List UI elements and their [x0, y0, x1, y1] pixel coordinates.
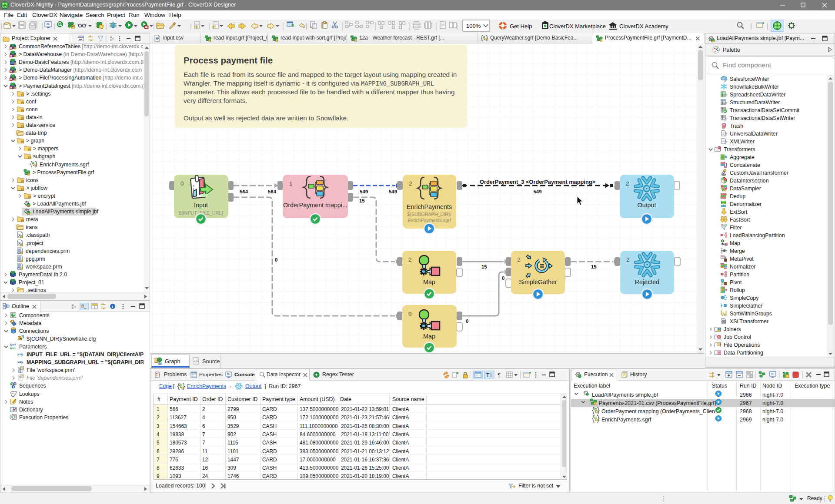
svg-text:${SUBGRAPH_DIR}/: ${SUBGRAPH_DIR}/ [407, 212, 451, 217]
svg-text:3529: 3529 [227, 423, 239, 429]
svg-text:Each file is read from its sou: Each file is read from its source file a… [184, 71, 457, 78]
svg-text:7: 7 [202, 431, 205, 438]
svg-text:Output: Output [638, 202, 656, 209]
svg-text:15: 15 [359, 198, 365, 203]
svg-text:EnrichPayments: EnrichPayments [407, 203, 452, 210]
svg-text:ClientA: ClientA [392, 414, 409, 421]
svg-text:Input: Input [194, 202, 208, 209]
svg-text:16: 16 [202, 465, 208, 471]
svg-text:2966: 2966 [740, 392, 752, 398]
svg-text:night-7.0: night-7.0 [762, 400, 783, 406]
svg-text:2021-01-29 16:46:00: 2021-01-29 16:46:00 [341, 440, 389, 446]
svg-text:29286: 29286 [170, 448, 184, 454]
svg-text:383.0500000000: 383.0500000000 [300, 448, 339, 454]
svg-text:1093: 1093 [170, 473, 181, 479]
svg-text:Node ID: Node ID [762, 383, 782, 389]
svg-text:564: 564 [268, 189, 277, 194]
svg-text:SimpleGather: SimpleGather [519, 279, 557, 285]
svg-text:CASH: CASH [262, 431, 277, 438]
svg-text:very different formats.: very different formats. [184, 97, 247, 104]
svg-text:2968: 2968 [740, 408, 752, 414]
svg-text:24: 24 [202, 473, 208, 479]
svg-text:0: 0 [502, 275, 504, 281]
svg-text:CASH: CASH [262, 423, 277, 429]
svg-text:</>: </> [722, 140, 725, 143]
svg-text:CloverDX Academy: CloverDX Academy [619, 23, 668, 30]
svg-text:CARD: CARD [262, 448, 277, 454]
svg-text:1101: 1101 [227, 448, 239, 454]
svg-text:4: 4 [157, 431, 160, 438]
svg-text:2: 2 [408, 256, 412, 263]
svg-text:LoadAllPayments simple.jbf: LoadAllPayments simple.jbf [592, 392, 658, 398]
svg-text:OrderPayment_3 <OrderPayment m: OrderPayment_3 <OrderPayment mapping> [480, 179, 595, 185]
svg-text:</>: </> [194, 359, 199, 363]
svg-text:4: 4 [202, 414, 205, 421]
svg-text:549: 549 [389, 189, 397, 194]
svg-text:Payment ID: Payment ID [170, 396, 198, 402]
svg-text:Date: Date [340, 396, 351, 402]
svg-text:1115: 1115 [227, 440, 238, 446]
svg-text:137.5000000000: 137.5000000000 [300, 406, 339, 412]
svg-text:0: 0 [180, 180, 184, 187]
svg-text:T: T [486, 372, 490, 378]
svg-text:x=y: x=y [17, 352, 23, 356]
svg-text:180573: 180573 [170, 440, 187, 446]
svg-text:7: 7 [202, 440, 205, 446]
svg-text:A=1: A=1 [10, 346, 16, 350]
svg-text:Process payment file: Process payment file [184, 55, 273, 65]
svg-text:Execution type: Execution type [795, 383, 830, 389]
svg-text:Output as well as rejected dat: Output as well as rejected data are writ… [184, 114, 348, 122]
svg-text:Map: Map [423, 279, 435, 285]
svg-text:1: 1 [157, 406, 160, 412]
svg-text:2021-01-22 13:59:01: 2021-01-22 13:59:01 [341, 406, 389, 412]
svg-text:CARD: CARD [262, 414, 277, 421]
svg-text:2021-01-25 08:30:00: 2021-01-25 08:30:00 [341, 423, 389, 429]
svg-text:1: 1 [289, 180, 293, 187]
svg-text:15: 15 [481, 264, 487, 269]
svg-text:564: 564 [240, 189, 248, 194]
svg-text:1746: 1746 [227, 473, 239, 479]
svg-text:17.0000000000: 17.0000000000 [300, 457, 336, 463]
svg-text:481.0800000000: 481.0800000000 [300, 440, 339, 446]
svg-text:CloverDX Marketplace: CloverDX Marketplace [549, 23, 606, 30]
svg-text:15: 15 [591, 264, 597, 269]
svg-text:2021-01-23 21:57:46: 2021-01-23 21:57:46 [341, 414, 389, 421]
svg-text:2: 2 [157, 414, 160, 421]
svg-text:Rejected: Rejected [635, 279, 659, 285]
svg-text:2021-01-16 16:37:36: 2021-01-16 16:37:36 [341, 457, 389, 463]
svg-text:ClientA: ClientA [392, 440, 409, 446]
svg-text:ClientA: ClientA [392, 406, 409, 412]
svg-text:2799: 2799 [227, 406, 239, 412]
svg-text:OrderPayment mapping (OrderPay: OrderPayment mapping (OrderPayments_Clie… [601, 408, 715, 414]
svg-text:2: 2 [517, 256, 521, 263]
svg-text:Customer ID: Customer ID [227, 396, 258, 402]
svg-text:0: 0 [408, 311, 412, 317]
svg-text:Get Help: Get Help [510, 23, 532, 30]
svg-text:2021-01-20 18:19:00: 2021-01-20 18:19:00 [341, 473, 389, 479]
svg-text:EnrichPayments.sgrf: EnrichPayments.sgrf [601, 417, 651, 423]
svg-text:111.1000000000: 111.1000000000 [300, 423, 338, 429]
svg-text:Amount (USD): Amount (USD) [300, 396, 335, 402]
svg-text:CASH: CASH [262, 465, 277, 471]
svg-text:775: 775 [170, 457, 178, 463]
svg-text:Payments-2021-01.csv (ProcessP: Payments-2021-01.csv (ProcessPaymentFile… [599, 400, 716, 406]
svg-text:2021-01-26 15:25:00: 2021-01-26 15:25:00 [341, 465, 389, 471]
svg-text:566: 566 [170, 406, 178, 412]
svg-text:1447: 1447 [227, 457, 239, 463]
svg-text:9: 9 [157, 473, 160, 479]
svg-text:8: 8 [157, 465, 160, 471]
svg-text:parameter. This allows each pr: parameter. This allows each processed fi… [184, 88, 454, 96]
svg-text:CARD: CARD [262, 406, 277, 412]
svg-text:549: 549 [533, 189, 541, 194]
svg-text:ClientA: ClientA [392, 473, 409, 479]
svg-text:OrderPayment mappi...: OrderPayment mappi... [283, 202, 347, 209]
svg-text:1: 1 [11, 383, 13, 386]
svg-text:3: 3 [13, 386, 14, 389]
svg-text:EnrichPayments.sgrf: EnrichPayments.sgrf [407, 218, 451, 223]
svg-text:2: 2 [14, 383, 16, 386]
svg-text:night-7.0: night-7.0 [762, 392, 783, 398]
svg-text:2: 2 [409, 180, 412, 187]
svg-text:113627: 113627 [170, 414, 187, 421]
svg-text:ClientA: ClientA [392, 457, 409, 463]
svg-text:902: 902 [227, 431, 236, 438]
